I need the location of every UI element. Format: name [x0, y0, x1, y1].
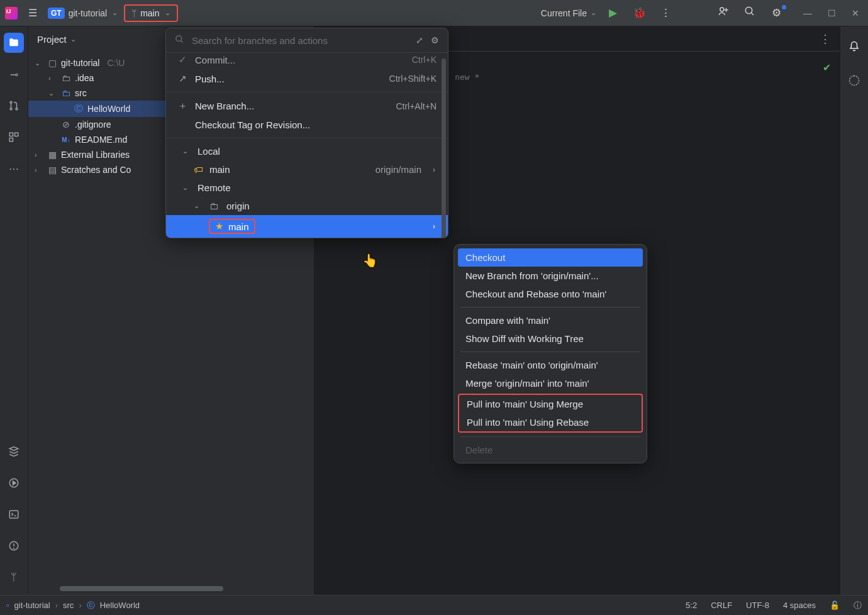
remote-origin[interactable]: ⌄ 🗀 origin: [166, 197, 448, 215]
ai-assistant-icon[interactable]: [844, 70, 864, 91]
gear-icon[interactable]: ⚙: [431, 35, 439, 45]
chevron-down-icon: ⌄: [182, 184, 190, 192]
svg-point-0: [720, 8, 724, 11]
svg-line-18: [181, 40, 182, 42]
checkout-rebase-item[interactable]: Checkout and Rebase onto 'main': [458, 285, 643, 303]
debug-icon[interactable]: 🐞: [629, 6, 649, 19]
popup-search: ⤢ ⚙: [166, 28, 448, 53]
chevron-down-icon: ⌄: [70, 35, 76, 43]
indent-settings[interactable]: 4 spaces: [783, 601, 816, 610]
push-icon: ↗: [177, 73, 187, 84]
delete-item: Delete: [458, 441, 643, 459]
vertical-scrollbar[interactable]: [442, 58, 446, 238]
editor-more-icon[interactable]: ⋮: [820, 32, 832, 46]
title-bar: ☰ GT git-tutorial ⌄ ᛘ main ⌄ Current Fil…: [0, 0, 868, 26]
highlighted-group: Pull into 'main' Using Merge Pull into '…: [458, 394, 643, 433]
star-icon: ★: [215, 221, 223, 232]
branch-name: main: [140, 8, 159, 18]
commit-icon: ✓: [177, 54, 187, 65]
remote-branch-main[interactable]: ★ main ›: [166, 215, 448, 238]
collaborate-icon[interactable]: [713, 6, 733, 20]
branch-context-menu: Checkout New Branch from 'origin/main'..…: [453, 244, 647, 463]
horizontal-scrollbar[interactable]: [60, 586, 223, 591]
search-icon: [175, 35, 184, 46]
branch-search-input[interactable]: [192, 35, 408, 46]
library-icon: ▦: [47, 150, 57, 160]
project-badge: GT: [48, 8, 65, 19]
merge-item[interactable]: Merge 'origin/main' into 'main': [458, 374, 643, 392]
svg-marker-12: [13, 481, 16, 485]
svg-point-6: [10, 108, 12, 110]
class-icon: ⓒ: [87, 600, 95, 611]
run-icon[interactable]: ▶: [603, 6, 623, 19]
info-icon[interactable]: ⓘ: [854, 600, 862, 611]
class-icon: Ⓒ: [74, 103, 84, 114]
svg-point-3: [745, 7, 752, 14]
checkout-tag-action[interactable]: Checkout Tag or Revision...: [166, 116, 448, 134]
structure-tool-icon[interactable]: [4, 127, 24, 147]
pull-merge-item[interactable]: Pull into 'main' Using Merge: [459, 395, 642, 413]
maximize-button[interactable]: ☐: [824, 8, 839, 18]
remote-section[interactable]: ⌄ Remote: [166, 179, 448, 197]
chevron-down-icon[interactable]: ⌄: [48, 89, 57, 97]
markdown-icon: M↓: [61, 136, 71, 143]
folder-icon: 🗀: [61, 73, 71, 83]
svg-rect-10: [9, 138, 13, 141]
run-config-selector[interactable]: Current File ⌄: [541, 8, 596, 18]
close-button[interactable]: ✕: [848, 8, 863, 18]
separator: [460, 307, 640, 308]
chevron-down-icon[interactable]: ⌄: [35, 59, 43, 67]
expand-icon[interactable]: ⤢: [416, 35, 423, 45]
run-tool-icon[interactable]: [4, 473, 24, 493]
folder-icon: 🗀: [61, 88, 71, 98]
notifications-icon[interactable]: [844, 36, 864, 57]
commit-action[interactable]: ✓ Commit... Ctrl+K: [166, 50, 448, 69]
problems-tool-icon[interactable]: [4, 536, 24, 556]
checkout-item[interactable]: Checkout: [458, 248, 643, 267]
gitignore-icon: ⊘: [61, 119, 71, 130]
separator: [166, 92, 448, 92]
hamburger-icon[interactable]: ☰: [24, 7, 42, 19]
services-icon[interactable]: [4, 441, 24, 462]
show-diff-item[interactable]: Show Diff with Working Tree: [458, 330, 643, 348]
svg-point-5: [10, 101, 12, 103]
readonly-icon[interactable]: 🔓: [830, 601, 840, 610]
app-icon: [5, 7, 18, 19]
breadcrumb[interactable]: ▫ git-tutorial › src › ⓒ HelloWorld: [6, 600, 140, 611]
local-section[interactable]: ⌄ Local: [166, 142, 448, 160]
vcs-tool-icon[interactable]: ᛘ: [4, 567, 24, 587]
chevron-down-icon: ⌄: [165, 9, 170, 17]
chevron-right-icon[interactable]: ›: [48, 74, 57, 82]
more-icon[interactable]: ⋮: [655, 6, 676, 19]
plus-icon: ＋: [177, 100, 187, 112]
pull-request-icon[interactable]: [4, 96, 24, 116]
chevron-right-icon[interactable]: ›: [35, 166, 43, 174]
minimize-button[interactable]: —: [800, 8, 815, 18]
cursor-position[interactable]: 5:2: [686, 601, 697, 610]
chevron-right-icon[interactable]: ›: [35, 151, 43, 158]
branch-icon: ᛘ: [131, 8, 136, 18]
commit-tool-icon[interactable]: ⊸: [4, 64, 24, 84]
new-branch-action[interactable]: ＋ New Branch... Ctrl+Alt+N: [166, 96, 448, 116]
chevron-down-icon: ⌄: [182, 147, 190, 155]
chevron-down-icon: ⌄: [112, 9, 118, 17]
project-tool-icon[interactable]: [4, 33, 24, 53]
inspection-ok-icon[interactable]: ✔: [823, 62, 831, 74]
local-branch-main[interactable]: 🏷 main origin/main ›: [166, 160, 448, 179]
push-action[interactable]: ↗ Push... Ctrl+Shift+K: [166, 69, 448, 88]
new-branch-item[interactable]: New Branch from 'origin/main'...: [458, 267, 643, 285]
svg-point-17: [176, 36, 182, 42]
line-separator[interactable]: CRLF: [711, 601, 732, 610]
left-tool-strip: ⊸ ⋯ ᛘ: [0, 26, 28, 595]
pull-rebase-item[interactable]: Pull into 'main' Using Rebase: [459, 413, 642, 431]
separator: [166, 138, 448, 138]
more-tools-icon[interactable]: ⋯: [4, 158, 24, 179]
project-switcher[interactable]: GT git-tutorial ⌄: [48, 8, 118, 19]
encoding[interactable]: UTF-8: [746, 601, 769, 610]
search-icon[interactable]: [740, 6, 760, 20]
terminal-tool-icon[interactable]: [4, 504, 24, 524]
rebase-item[interactable]: Rebase 'main' onto 'origin/main': [458, 356, 643, 374]
branch-widget[interactable]: ᛘ main ⌄: [124, 4, 177, 22]
settings-icon[interactable]: ⚙: [766, 6, 786, 19]
compare-item[interactable]: Compare with 'main': [458, 311, 643, 330]
